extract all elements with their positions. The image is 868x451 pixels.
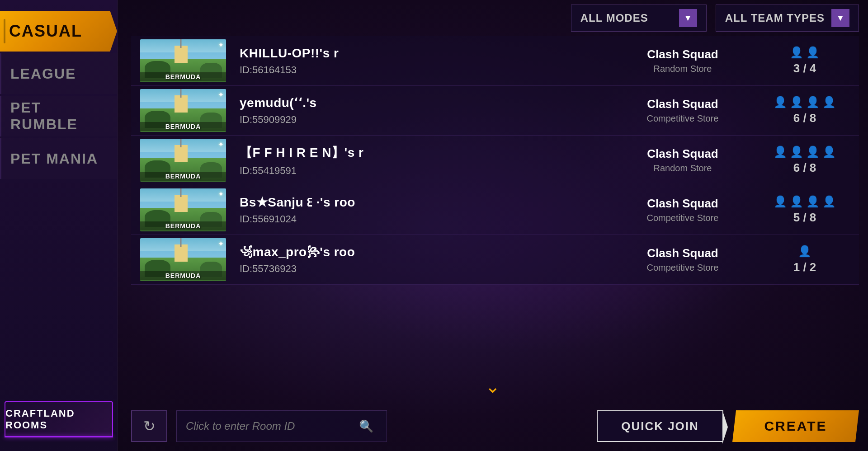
bottom-bar: ↻ Click to enter Room ID 🔍 QUICK JOIN CR…: [131, 401, 859, 451]
map-label: BERMUDA: [140, 122, 226, 131]
room-players-5: 👤 1 / 2: [760, 245, 850, 274]
player-icons-1: 👤 👤: [790, 46, 820, 59]
star-icon: ✦: [218, 90, 224, 99]
room-players-1: 👤 👤 3 / 4: [760, 46, 850, 75]
room-mode-2: Clash Squad Competitive Store: [619, 97, 746, 124]
map-label: BERMUDA: [140, 172, 226, 181]
room-mode-5: Clash Squad Competitive Store: [619, 246, 746, 273]
room-info-4: Bs★Sanju꒰·'s roo ID:55691024: [240, 195, 606, 225]
chevron-down-icon: ▼: [684, 14, 692, 23]
filter-bar: ALL MODES ▼ ALL TEAM TYPES ▼: [571, 0, 868, 36]
search-button[interactable]: 🔍: [355, 415, 377, 437]
table-row[interactable]: ✦ BERMUDA Bs★Sanju꒰·'s roo ID:55691024 C…: [131, 185, 859, 235]
quick-join-button[interactable]: QUICK JOIN: [597, 410, 723, 442]
table-row[interactable]: ✦ BERMUDA ꧁max_pro꧂'s roo ID:55736923 Cl…: [131, 235, 859, 285]
star-icon: ✦: [218, 140, 224, 149]
room-players-2: 👤 👤 👤 👤 6 / 8: [760, 96, 850, 125]
sidebar-item-casual[interactable]: CASUAL: [0, 11, 117, 52]
search-icon: 🔍: [359, 419, 373, 433]
room-id-input-area[interactable]: Click to enter Room ID 🔍: [176, 410, 387, 442]
player-icons-3: 👤 👤 👤 👤: [774, 146, 836, 158]
star-icon: ✦: [218, 240, 224, 248]
craftland-rooms-button[interactable]: CRAFTLAND ROOMS: [5, 401, 113, 437]
chevron-down-icon-2: ▼: [836, 14, 844, 23]
sidebar-item-pet-rumble[interactable]: PET RUMBLE: [0, 96, 117, 136]
team-types-dropdown-arrow[interactable]: ▼: [831, 9, 849, 27]
create-button[interactable]: CREATE: [732, 410, 859, 442]
room-info-3: 【F F H I R E N】's r ID:55419591: [240, 144, 606, 177]
refresh-button[interactable]: ↻: [131, 410, 167, 442]
star-icon: ✦: [218, 41, 224, 49]
modes-dropdown[interactable]: ALL MODES ▼: [571, 5, 707, 32]
room-info-1: KHILLU-OP!!'s r ID:56164153: [240, 46, 606, 76]
player-icons-2: 👤 👤 👤 👤: [774, 96, 836, 108]
room-mode-4: Clash Squad Competitive Store: [619, 197, 746, 223]
table-row[interactable]: ✦ BERMUDA yemudu(ʻʻ.'s ID:55909929 Clash…: [131, 86, 859, 136]
room-info-2: yemudu(ʻʻ.'s ID:55909929: [240, 95, 606, 126]
room-thumbnail-5: ✦ BERMUDA: [140, 238, 226, 281]
star-icon: ✦: [218, 190, 224, 198]
map-label: BERMUDA: [140, 221, 226, 230]
refresh-icon: ↻: [143, 418, 156, 435]
room-thumbnail-3: ✦ BERMUDA: [140, 139, 226, 182]
room-mode-3: Clash Squad Random Store: [619, 147, 746, 174]
player-icons-5: 👤: [798, 245, 811, 258]
sidebar: CASUAL LEAGUE PET RUMBLE PET MANIA CRAFT…: [0, 0, 118, 451]
map-label: BERMUDA: [140, 271, 226, 280]
player-icons-4: 👤 👤 👤 👤: [774, 195, 836, 208]
scroll-down-chevron[interactable]: ⌄: [485, 376, 500, 397]
room-thumbnail-2: ✦ BERMUDA: [140, 89, 226, 132]
sidebar-item-league[interactable]: LEAGUE: [0, 53, 117, 94]
room-list: ✦ BERMUDA KHILLU-OP!!'s r ID:56164153 Cl…: [131, 36, 859, 397]
table-row[interactable]: ✦ BERMUDA KHILLU-OP!!'s r ID:56164153 Cl…: [131, 36, 859, 86]
room-mode-1: Clash Squad Random Store: [619, 47, 746, 74]
map-label: BERMUDA: [140, 72, 226, 81]
main-content: ALL MODES ▼ ALL TEAM TYPES ▼: [118, 0, 868, 451]
team-types-dropdown[interactable]: ALL TEAM TYPES ▼: [716, 5, 859, 32]
room-players-3: 👤 👤 👤 👤 6 / 8: [760, 146, 850, 175]
modes-dropdown-arrow[interactable]: ▼: [679, 9, 697, 27]
room-players-4: 👤 👤 👤 👤 5 / 8: [760, 195, 850, 225]
room-info-5: ꧁max_pro꧂'s roo ID:55736923: [240, 244, 606, 275]
room-thumbnail-4: ✦ BERMUDA: [140, 188, 226, 231]
sidebar-item-pet-mania[interactable]: PET MANIA: [0, 138, 117, 179]
room-id-placeholder: Click to enter Room ID: [186, 420, 348, 432]
table-row[interactable]: ✦ BERMUDA 【F F H I R E N】's r ID:5541959…: [131, 136, 859, 185]
chevron-down-icon-3: ⌄: [485, 376, 500, 396]
room-thumbnail-1: ✦ BERMUDA: [140, 39, 226, 82]
